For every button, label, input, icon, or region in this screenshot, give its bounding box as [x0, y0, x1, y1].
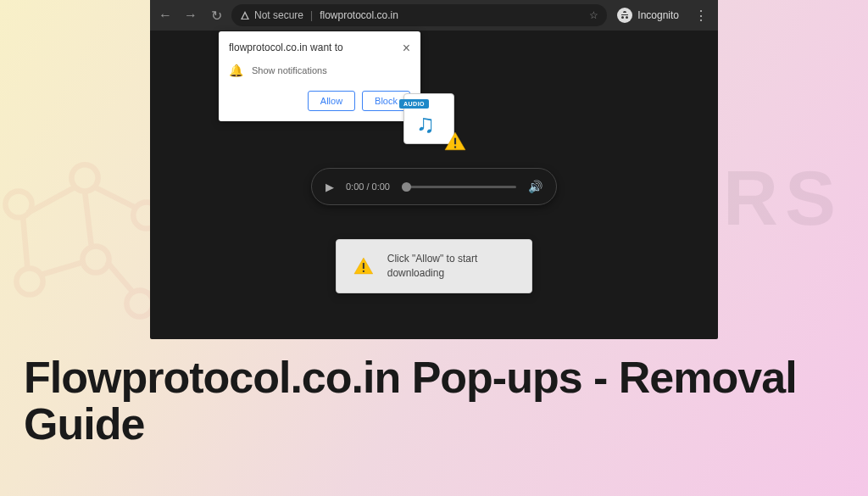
audio-player[interactable]: ▶ 0:00 / 0:00 🔊: [311, 168, 557, 205]
svg-point-5: [126, 290, 153, 316]
back-button[interactable]: ←: [155, 5, 175, 25]
svg-line-10: [107, 261, 133, 292]
volume-icon[interactable]: 🔊: [528, 180, 542, 193]
permission-message: Show notifications: [252, 65, 327, 75]
audio-file-icon: AUDIO ♫: [403, 93, 465, 151]
allow-prompt-text: Click "Allow" to start downloading: [387, 252, 515, 281]
article-headline: Flowprotocol.co.in Pop-ups - Removal Gui…: [24, 354, 843, 447]
browser-window: ← → ↻ Not secure | flowprotocol.co.in ☆ …: [150, 0, 718, 339]
incognito-indicator[interactable]: Incognito: [612, 8, 684, 23]
svg-rect-12: [454, 138, 456, 145]
address-bar[interactable]: Not secure | flowprotocol.co.in ☆: [231, 4, 607, 26]
svg-rect-14: [363, 263, 364, 269]
menu-button[interactable]: ⋮: [689, 8, 713, 24]
bell-icon: 🔔: [229, 64, 243, 77]
svg-point-3: [16, 268, 42, 294]
browser-toolbar: ← → ↻ Not secure | flowprotocol.co.in ☆ …: [150, 0, 718, 31]
page-content: AUDIO ♫ ▶ 0:00 / 0:00 🔊 Click "Allow" to…: [150, 85, 718, 339]
warning-badge-icon: [444, 131, 466, 153]
svg-rect-15: [363, 270, 364, 272]
permission-title: flowprotocol.co.in want to: [229, 42, 343, 53]
close-icon[interactable]: ×: [403, 42, 410, 55]
svg-line-7: [93, 187, 137, 209]
security-indicator[interactable]: Not secure: [240, 9, 303, 21]
svg-point-0: [5, 191, 31, 217]
allow-prompt-box: Click "Allow" to start downloading: [336, 239, 532, 293]
incognito-icon: [617, 8, 632, 23]
bookmark-icon[interactable]: ☆: [589, 9, 598, 21]
security-label: Not secure: [254, 9, 303, 21]
svg-rect-13: [454, 146, 456, 148]
audio-time: 0:00 / 0:00: [346, 181, 390, 192]
svg-point-4: [82, 246, 108, 272]
warning-triangle-icon: [353, 254, 374, 278]
svg-point-1: [71, 164, 97, 191]
warning-icon: [240, 10, 250, 20]
svg-line-6: [27, 187, 75, 213]
url-separator: |: [310, 9, 313, 21]
progress-bar[interactable]: [402, 186, 516, 188]
play-icon[interactable]: ▶: [326, 181, 334, 193]
forward-button[interactable]: →: [181, 5, 201, 25]
reload-button[interactable]: ↻: [206, 5, 226, 25]
svg-line-11: [85, 191, 92, 246]
audio-tag: AUDIO: [399, 99, 429, 109]
music-note-icon: ♫: [416, 109, 436, 138]
incognito-label: Incognito: [637, 9, 679, 21]
svg-line-8: [23, 217, 27, 268]
url-text: flowprotocol.co.in: [320, 9, 398, 21]
svg-line-9: [41, 261, 85, 275]
